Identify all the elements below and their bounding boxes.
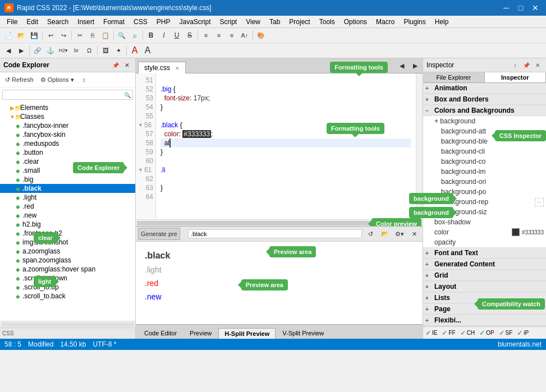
ins-item-bg-ori[interactable]: background-ori [423, 177, 546, 187]
save-button[interactable]: 💾 [28, 29, 40, 41]
menu-script[interactable]: Script [215, 17, 242, 27]
ins-item-bg-im[interactable]: background-im [423, 167, 546, 177]
menu-view[interactable]: View [241, 17, 265, 27]
open-button[interactable]: 📂 [15, 29, 27, 41]
tree-item-scroll-up[interactable]: ◆ .scroll_to.up [0, 283, 135, 292]
tree-item-meduspods[interactable]: ◆ .meduspods [0, 139, 135, 148]
strikethrough-button[interactable]: S [183, 29, 196, 41]
tab-file-explorer[interactable]: File Explorer [423, 72, 485, 82]
group-layout-header[interactable]: + Layout [423, 282, 546, 292]
generate-btn[interactable]: Generate pre [138, 228, 180, 240]
undo-button[interactable]: ↩ [44, 29, 57, 41]
preview-close-btn[interactable]: ✕ [408, 228, 420, 240]
format-btn1[interactable]: A [129, 44, 141, 57]
new-button[interactable]: 📄 [2, 29, 15, 41]
group-font-header[interactable]: + Font and Text [423, 248, 546, 259]
ins-item-opacity[interactable]: opacity [423, 237, 546, 247]
inspector-close-btn[interactable]: ✕ [533, 60, 543, 70]
tab-prev-button[interactable]: ◀ [396, 59, 408, 72]
menu-tab[interactable]: Tab [265, 17, 285, 27]
ins-item-color[interactable]: color #333333 [423, 227, 546, 237]
tree-item-h2big[interactable]: ◆ h2.big [0, 220, 135, 229]
replace-button[interactable]: ⌕ [129, 29, 141, 41]
tree-item-new[interactable]: ◆ .new [0, 211, 135, 220]
maximize-button[interactable]: □ [515, 3, 527, 13]
font-size-increase-button[interactable]: A↑ [238, 29, 251, 41]
preview-settings-btn[interactable]: ⚙▾ [393, 228, 406, 240]
code-btn3[interactable]: Ω [83, 44, 95, 57]
group-colors-header[interactable]: − Colors and Backgrounds [423, 105, 546, 116]
underline-button[interactable]: U [171, 29, 183, 41]
align-center-button[interactable]: ≡ [213, 29, 225, 41]
sort-button[interactable]: ↕ [78, 73, 90, 86]
btab-preview[interactable]: Preview [183, 328, 218, 339]
ins-item-bg-cli[interactable]: background-cli [423, 146, 546, 156]
code-content[interactable]: .big { font-size: 17px; } .black { color… [156, 73, 416, 219]
format-btn2[interactable]: A [141, 44, 154, 57]
minimize-button[interactable]: ─ [500, 3, 512, 13]
link-button[interactable]: 🔗 [31, 44, 44, 57]
inspector-sort-btn[interactable]: ↕ [510, 60, 520, 70]
menu-file[interactable]: File [2, 17, 22, 27]
preview-url-input[interactable] [188, 229, 362, 238]
tab-style-css[interactable]: style.css ✕ [138, 62, 186, 73]
menu-css[interactable]: CSS [129, 17, 152, 27]
tab-close-icon[interactable]: ✕ [175, 66, 180, 71]
tree-item-button[interactable]: ◆ .button [0, 148, 135, 157]
tree-item-elements[interactable]: ▶📁 Elements [0, 103, 135, 112]
menu-macro[interactable]: Macro [371, 17, 399, 27]
menu-search[interactable]: Search [43, 17, 73, 27]
tree-item-red[interactable]: ◆ .red [0, 202, 135, 211]
preview-open-btn[interactable]: 📂 [379, 228, 391, 240]
italic-button[interactable]: I [158, 29, 170, 41]
menu-insert[interactable]: Insert [73, 17, 99, 27]
tree-item-spanzoom[interactable]: ◆ span.zoomglass [0, 256, 135, 265]
tree-item-classes[interactable]: ▼📁 Classes [0, 112, 135, 121]
menu-options[interactable]: Options [339, 17, 371, 27]
tree-item-fancybox-inner[interactable]: ◆ .fancybox-inner [0, 121, 135, 130]
ins-item-bg-co[interactable]: background-co [423, 156, 546, 167]
forward-button[interactable]: ▶ [15, 44, 27, 57]
paste-button[interactable]: 📋 [99, 29, 112, 41]
ins-item-box-shadow[interactable]: box-shadow [423, 217, 546, 227]
tree-item-scroll-back[interactable]: ◆ .scroll_to.back [0, 292, 135, 301]
tree-item-black[interactable]: ◆ .black [0, 184, 135, 193]
close-button[interactable]: ✕ [529, 3, 542, 13]
group-animation-header[interactable]: + Animation [423, 83, 546, 94]
copy-button[interactable]: ⎘ [86, 29, 99, 41]
close-panel-button[interactable]: ✕ [122, 60, 132, 70]
btab-hsplit[interactable]: H-Split Preview [218, 328, 276, 339]
group-generated-header[interactable]: + Generated Content [423, 259, 546, 270]
btab-code-editor[interactable]: Code Editor [138, 328, 183, 339]
tree-item-zoom-hover[interactable]: ◆ a.zoomglass:hover span [0, 265, 135, 274]
image-button[interactable]: 🖼 [99, 44, 112, 57]
inspector-pin-btn[interactable]: 📌 [521, 60, 531, 70]
search-input[interactable] [2, 90, 133, 100]
redo-button[interactable]: ↪ [57, 29, 70, 41]
menu-tools[interactable]: Tools [315, 17, 339, 27]
refresh-button[interactable]: ↺ Refresh [2, 73, 36, 86]
code-btn2[interactable]: br [70, 44, 82, 57]
tree-item-scroll-down[interactable]: ◆ .scroll_to.down [0, 274, 135, 283]
anchor-button[interactable]: ⚓ [44, 44, 57, 57]
menu-help[interactable]: Help [430, 17, 453, 27]
tab-next-button[interactable]: ▶ [409, 59, 421, 72]
code-btn1[interactable]: H2▾ [57, 44, 70, 57]
menu-format[interactable]: Format [99, 17, 129, 27]
menu-project[interactable]: Project [285, 17, 314, 27]
color-button[interactable]: 🎨 [255, 29, 267, 41]
tree-item-fancybox-skin[interactable]: ◆ .fancybox-skin [0, 130, 135, 139]
menu-javascript[interactable]: JavaScript [175, 17, 215, 27]
tree-item-frontpage[interactable]: ◆ .frontpage h2 [0, 229, 135, 238]
align-right-button[interactable]: ≡ [226, 29, 238, 41]
pin-button[interactable]: 📌 [111, 60, 121, 70]
code-editor[interactable]: 51 52 53 54 55 ▼56 57 58 59 60 ▼61 62 [136, 73, 423, 219]
group-flex-header[interactable]: + Flexibi... [423, 315, 546, 326]
tree-item-light[interactable]: ◆ .light [0, 193, 135, 202]
options-button[interactable]: ⚙ Options ▾ [38, 73, 77, 86]
cut-button[interactable]: ✂ [74, 29, 86, 41]
tree-item-big[interactable]: ◆ .big [0, 175, 135, 184]
tree-item-screenshot[interactable]: ◆ img.screenshot [0, 238, 135, 247]
menu-php[interactable]: PHP [152, 17, 175, 27]
ins-item-background[interactable]: + background [423, 116, 546, 126]
